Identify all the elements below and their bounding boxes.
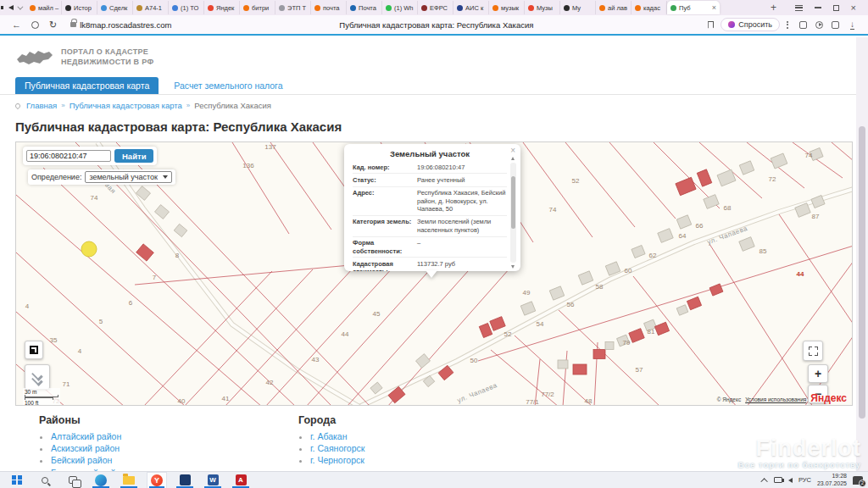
browser-tab-9[interactable]: Почта: [347, 1, 382, 14]
find-button[interactable]: Найти: [114, 149, 153, 163]
browser-tab-14[interactable]: Музы: [525, 1, 560, 14]
layers-button[interactable]: [25, 364, 50, 390]
reload-button[interactable]: ↻: [49, 19, 57, 30]
new-tab-button[interactable]: +: [766, 2, 782, 14]
browser-tab-7[interactable]: ЭТП Т: [275, 1, 311, 14]
district-link-2[interactable]: Бейский район: [51, 455, 112, 465]
city-link-1[interactable]: г. Саяногорск: [310, 443, 364, 453]
caret-down-icon: [163, 175, 168, 179]
clock[interactable]: 19:2823.07.2025: [817, 473, 847, 487]
download-icon[interactable]: ↓: [850, 20, 854, 30]
popup-tail: [426, 270, 437, 284]
minimize-button[interactable]: [815, 7, 821, 8]
browser-tab-1[interactable]: Истор: [62, 1, 97, 14]
address-bar[interactable]: lk8map.roscadastres.com: [80, 20, 171, 30]
parcel-label: 52: [572, 177, 580, 185]
parcel-line: [232, 142, 289, 234]
browser-tab-4[interactable]: (1) ТО: [169, 1, 204, 14]
nav-tab-public-map[interactable]: Публичная кадастровая карта: [15, 77, 159, 94]
hidden-icons-chevron[interactable]: [760, 478, 767, 485]
extensions-icon[interactable]: [799, 21, 807, 29]
browser-tab-11[interactable]: ЕФРС: [418, 1, 453, 14]
pin-icon: [14, 102, 21, 108]
close-window-button[interactable]: ×: [851, 3, 856, 13]
browser-tab-5[interactable]: Яндек: [204, 1, 240, 14]
browser-tab-15[interactable]: Му: [560, 1, 596, 14]
tab-label: Му: [572, 4, 581, 12]
parcel-line: [747, 261, 853, 406]
browser-tab-2[interactable]: Сделк: [97, 1, 133, 14]
search-taskbar-button[interactable]: [35, 472, 55, 488]
browser-tab-0[interactable]: майл –: [26, 1, 62, 14]
kebab-menu-icon[interactable]: [787, 21, 788, 29]
browser-tab-17[interactable]: кадас: [632, 1, 667, 14]
tab-strip-tabs: майл –ИсторСделкА74-1(1) ТОЯндекбитриЭТП…: [26, 0, 766, 15]
language-indicator[interactable]: РУС: [798, 476, 811, 484]
browser-menu-icon[interactable]: [795, 5, 803, 11]
explorer-taskbar-button[interactable]: [119, 472, 139, 488]
edge-taskbar-button[interactable]: [91, 472, 111, 488]
search-input[interactable]: [26, 150, 111, 162]
measure-tool-button[interactable]: [25, 341, 43, 359]
tab-favicon: [492, 5, 498, 11]
fullscreen-button[interactable]: [803, 341, 823, 361]
notifications-icon[interactable]: 2: [853, 476, 863, 485]
panels-icon[interactable]: [832, 21, 839, 29]
terms-link[interactable]: Условия использования: [745, 396, 806, 402]
tab-audio-control[interactable]: [3, 5, 26, 10]
building: [632, 245, 645, 258]
breadcrumb-link-0[interactable]: Главная: [26, 101, 57, 110]
acrobat-taskbar-button[interactable]: [231, 472, 251, 488]
yandex-browser-taskbar-button[interactable]: [147, 472, 167, 488]
browser-tab-6[interactable]: битри: [240, 1, 275, 14]
video-icon[interactable]: [815, 21, 823, 29]
start-icon: [12, 475, 22, 485]
task-view-taskbar-button[interactable]: [63, 472, 83, 488]
scroll-up-icon[interactable]: [511, 157, 515, 160]
maximize-button[interactable]: [833, 5, 839, 11]
start-taskbar-button[interactable]: [7, 472, 27, 488]
volume-icon[interactable]: [788, 478, 793, 483]
scroll-down-icon[interactable]: [511, 265, 515, 269]
list-item: г. Черногорск: [310, 454, 364, 466]
popup-close-icon[interactable]: ×: [510, 147, 515, 155]
tab-favicon: [314, 5, 320, 11]
app-blue-taskbar-button[interactable]: [175, 472, 195, 488]
city-link-2[interactable]: г. Черногорск: [310, 455, 364, 465]
ask-button[interactable]: Спросить: [721, 18, 780, 31]
back-button[interactable]: ←: [12, 19, 21, 30]
parcel-label: 44: [797, 270, 804, 278]
tab-favicon: [65, 5, 71, 11]
nav-tab-land-tax[interactable]: Расчет земельного налога: [172, 77, 284, 94]
popup-row-value: Ранее учтенный: [417, 176, 507, 184]
browser-tab-13[interactable]: музык: [489, 1, 525, 14]
tab-favicon: [635, 5, 641, 11]
protect-icon[interactable]: [31, 21, 39, 29]
bookmark-icon[interactable]: [708, 21, 714, 29]
object-type-select[interactable]: земельный участок: [85, 171, 172, 183]
map-canvas[interactable]: 1371364774527474726866646260858744465354…: [15, 141, 853, 406]
yandex-logo[interactable]: Яндекс: [810, 392, 847, 404]
scrollbar-thumb[interactable]: [859, 126, 865, 419]
popup-scrollbar[interactable]: [510, 163, 516, 263]
browser-tab-12[interactable]: АИС к: [453, 1, 489, 14]
footer-links: Районы Алтайский районАскизский районБей…: [0, 406, 856, 471]
browser-tab-10[interactable]: (1) Wh: [382, 1, 418, 14]
tab-label: Пуб: [679, 4, 691, 12]
district-link-1[interactable]: Аскизский район: [51, 443, 120, 453]
word-taskbar-button[interactable]: [203, 472, 223, 488]
popup-scroll-thumb[interactable]: [511, 176, 515, 229]
browser-tab-3[interactable]: А74-1: [133, 1, 169, 14]
browser-tab-8[interactable]: почта: [311, 1, 347, 14]
city-link-0[interactable]: г. Абакан: [310, 431, 347, 441]
browser-tab-18[interactable]: Пуб×: [667, 1, 720, 14]
system-tray: РУС 19:2823.07.2025 2: [763, 472, 863, 488]
lock-icon[interactable]: [70, 22, 76, 27]
page-scrollbar[interactable]: [856, 37, 868, 471]
browser-tab-16[interactable]: ай лав: [596, 1, 632, 14]
tab-close-icon[interactable]: ×: [712, 4, 716, 12]
districts-title: Районы: [39, 414, 298, 426]
breadcrumb-link-1[interactable]: Публичная кадастровая карта: [70, 101, 182, 110]
zoom-in-button[interactable]: +: [808, 364, 828, 383]
district-link-0[interactable]: Алтайский район: [51, 431, 121, 441]
